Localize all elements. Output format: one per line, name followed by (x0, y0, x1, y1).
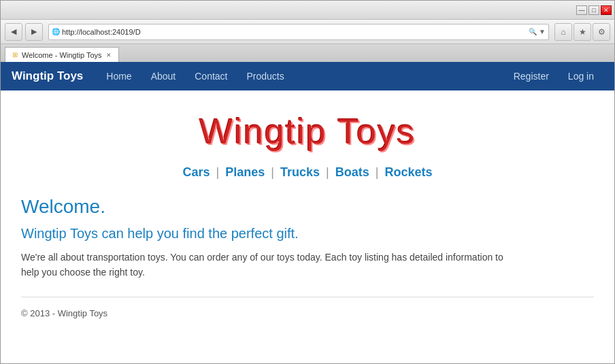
nav-register[interactable]: Register (504, 62, 559, 90)
minimize-button[interactable]: — (576, 5, 587, 15)
navbar-nav: Home About Contact Products (97, 62, 503, 90)
category-trucks[interactable]: Trucks (280, 165, 320, 179)
footer-divider (21, 297, 594, 297)
browser-window: — □ ✕ ◀ ▶ 🌐 http://localhost:24019/D 🔍 ▼… (0, 0, 615, 364)
footer-copyright: © 2013 - Wingtip Toys (21, 308, 594, 318)
separator-4: | (376, 165, 379, 179)
address-icon: 🌐 (52, 28, 60, 35)
hero-title: Wingtip Toys (21, 111, 594, 152)
nav-home[interactable]: Home (97, 62, 141, 90)
welcome-subheading: Wingtip Toys can help you find the perfe… (21, 226, 594, 242)
address-bar-container: 🌐 http://localhost:24019/D 🔍 ▼ (48, 24, 549, 40)
nav-products[interactable]: Products (237, 62, 294, 90)
separator-1: | (216, 165, 220, 179)
navbar-brand[interactable]: Wingtip Toys (12, 69, 83, 83)
maximize-button[interactable]: □ (588, 5, 599, 15)
category-cars[interactable]: Cars (182, 165, 210, 179)
settings-button[interactable]: ⚙ (593, 23, 610, 41)
titlebar-buttons: — □ ✕ (576, 5, 612, 15)
toolbar-right-buttons: ⌂ ★ ⚙ (554, 23, 610, 41)
category-planes[interactable]: Planes (225, 165, 265, 179)
tab-favicon: ⊞ (12, 51, 18, 59)
home-button[interactable]: ⌂ (554, 23, 572, 41)
navbar-right: Register Log in (504, 62, 603, 90)
address-search-btn[interactable]: 🔍 ▼ (529, 28, 546, 35)
close-button[interactable]: ✕ (601, 5, 612, 15)
browser-toolbar: ◀ ▶ 🌐 http://localhost:24019/D 🔍 ▼ ⌂ ★ ⚙ (1, 20, 614, 44)
nav-contact[interactable]: Contact (185, 62, 237, 90)
nav-about[interactable]: About (142, 62, 186, 90)
back-button[interactable]: ◀ (5, 23, 22, 41)
tab-bar: ⊞ Welcome - Wingtip Toys ✕ (1, 44, 614, 62)
forward-button[interactable]: ▶ (25, 23, 43, 41)
page-content: Wingtip Toys Home About Contact Products… (1, 62, 614, 363)
nav-login[interactable]: Log in (559, 62, 603, 90)
main-content: Wingtip Toys Cars | Planes | Trucks | Bo… (1, 90, 614, 363)
category-links: Cars | Planes | Trucks | Boats | Rockets (21, 165, 594, 180)
category-rockets[interactable]: Rockets (384, 165, 432, 179)
tab-close-button[interactable]: ✕ (106, 52, 112, 59)
welcome-heading: Welcome. (21, 196, 594, 218)
navbar: Wingtip Toys Home About Contact Products… (1, 62, 614, 90)
category-boats[interactable]: Boats (335, 165, 369, 179)
tab-title: Welcome - Wingtip Toys (22, 51, 102, 59)
address-bar[interactable]: http://localhost:24019/D (62, 28, 527, 36)
welcome-body: We're all about transportation toys. You… (21, 250, 511, 280)
titlebar: — □ ✕ (1, 1, 614, 20)
active-tab[interactable]: ⊞ Welcome - Wingtip Toys ✕ (5, 47, 119, 62)
separator-2: | (271, 165, 274, 179)
separator-3: | (326, 165, 329, 179)
favorites-button[interactable]: ★ (574, 23, 591, 41)
